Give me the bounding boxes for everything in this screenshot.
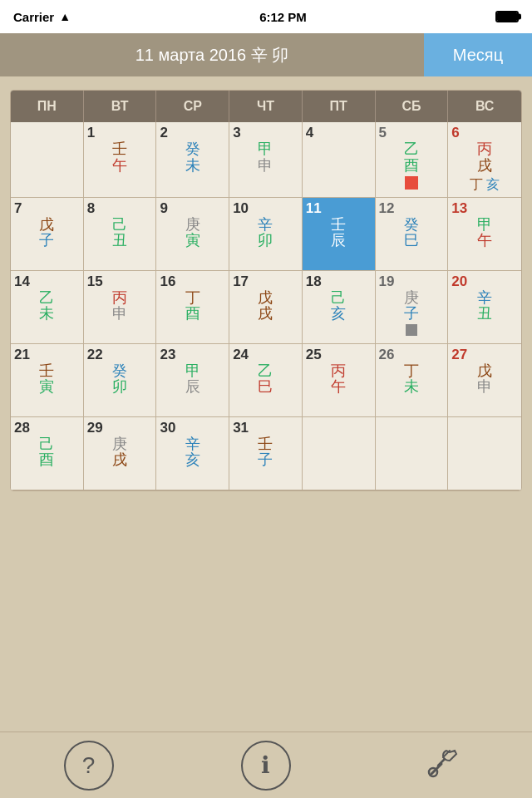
tools-icon — [425, 744, 461, 786]
cal-cell-5[interactable]: 5 乙 酉 — [376, 122, 449, 198]
cal-cell-21[interactable]: 21 壬 寅 — [11, 344, 84, 417]
cal-cell-23[interactable]: 23 甲 辰 — [156, 344, 229, 417]
carrier-wifi: Carrier ▲ — [13, 10, 71, 24]
month-button[interactable]: Месяц — [424, 33, 532, 76]
cal-cell-31[interactable]: 31 壬 子 — [229, 417, 303, 490]
battery-icon — [495, 11, 519, 22]
weekday-sat: СБ — [376, 91, 449, 122]
cal-cell-1[interactable]: 1 壬 午 — [84, 122, 157, 198]
cal-cell-15[interactable]: 15 丙 申 — [84, 271, 157, 344]
info-button[interactable]: ℹ — [241, 741, 291, 791]
help-icon: ? — [82, 752, 96, 779]
cal-cell-29[interactable]: 29 庚 戌 — [84, 417, 157, 490]
header: 11 марта 2016 辛 卯 Месяц — [0, 33, 532, 76]
cal-cell-14[interactable]: 14 乙 未 — [11, 271, 84, 344]
cal-cell-10[interactable]: 10 辛 卯 — [229, 198, 303, 271]
cal-cell-25[interactable]: 25 丙 午 — [303, 344, 376, 417]
cal-cell-17[interactable]: 17 戊 戌 — [229, 271, 303, 344]
weekday-fri: ПТ — [303, 91, 376, 122]
cal-cell-6[interactable]: 6 丙 戌 丁 亥 — [448, 122, 521, 198]
help-button[interactable]: ? — [64, 741, 114, 791]
status-bar: Carrier ▲ 6:12 PM — [0, 0, 532, 33]
weekday-header: ПН ВТ СР ЧТ ПТ СБ ВС — [11, 91, 521, 122]
gray-square-19 — [406, 324, 417, 336]
battery-fill — [497, 12, 517, 21]
cal-cell-22[interactable]: 22 癸 卯 — [84, 344, 157, 417]
footer: ? ℹ — [0, 732, 532, 798]
header-title: 11 марта 2016 辛 卯 — [0, 33, 424, 76]
cal-cell-13[interactable]: 13 甲 午 — [448, 198, 521, 271]
cal-cell-27[interactable]: 27 戊 申 — [448, 344, 521, 417]
weekday-mon: ПН — [11, 91, 84, 122]
cal-cell-2[interactable]: 2 癸 未 — [156, 122, 229, 198]
cal-cell-16[interactable]: 16 丁 酉 — [156, 271, 229, 344]
cal-cell-20[interactable]: 20 辛 丑 — [448, 271, 521, 344]
cal-cell-30[interactable]: 30 辛 亥 — [156, 417, 229, 490]
weekday-thu: ЧТ — [229, 91, 303, 122]
wifi-icon: ▲ — [59, 10, 71, 23]
cal-cell-3[interactable]: 3 甲 申 — [229, 122, 303, 198]
weekday-tue: ВТ — [84, 91, 157, 122]
cal-cell-28[interactable]: 28 己 酉 — [11, 417, 84, 490]
cal-cell-8[interactable]: 8 己 丑 — [84, 198, 157, 271]
cal-cell-empty-2 — [303, 417, 376, 490]
calendar-area: ПН ВТ СР ЧТ ПТ СБ ВС 1 壬 午 2 癸 — [0, 76, 532, 505]
cal-cell-empty-1[interactable] — [11, 122, 84, 198]
cal-cell-empty-4 — [448, 417, 521, 490]
cal-cell-24[interactable]: 24 乙 巳 — [229, 344, 303, 417]
cal-cell-26[interactable]: 26 丁 未 — [376, 344, 449, 417]
cal-cell-9[interactable]: 9 庚 寅 — [156, 198, 229, 271]
cal-cell-empty-3 — [376, 417, 449, 490]
cal-cell-19[interactable]: 19 庚 子 — [376, 271, 449, 344]
cal-cell-18[interactable]: 18 己 亥 — [303, 271, 376, 344]
calendar: ПН ВТ СР ЧТ ПТ СБ ВС 1 壬 午 2 癸 — [10, 90, 522, 491]
carrier-label: Carrier — [13, 10, 54, 24]
cal-cell-4[interactable]: 4 — [303, 122, 376, 198]
info-icon: ℹ — [261, 751, 270, 779]
cal-cell-7[interactable]: 7 戊 子 — [11, 198, 84, 271]
cal-cell-12[interactable]: 12 癸 巳 — [376, 198, 449, 271]
tools-button[interactable] — [418, 741, 468, 791]
red-square-5 — [405, 176, 418, 190]
cal-cell-11-today[interactable]: 11 壬 辰 — [303, 198, 376, 271]
calendar-body: 1 壬 午 2 癸 未 3 甲 申 — [11, 122, 521, 490]
weekday-sun: ВС — [448, 91, 521, 122]
weekday-wed: СР — [156, 91, 229, 122]
time-display: 6:12 PM — [259, 10, 307, 24]
